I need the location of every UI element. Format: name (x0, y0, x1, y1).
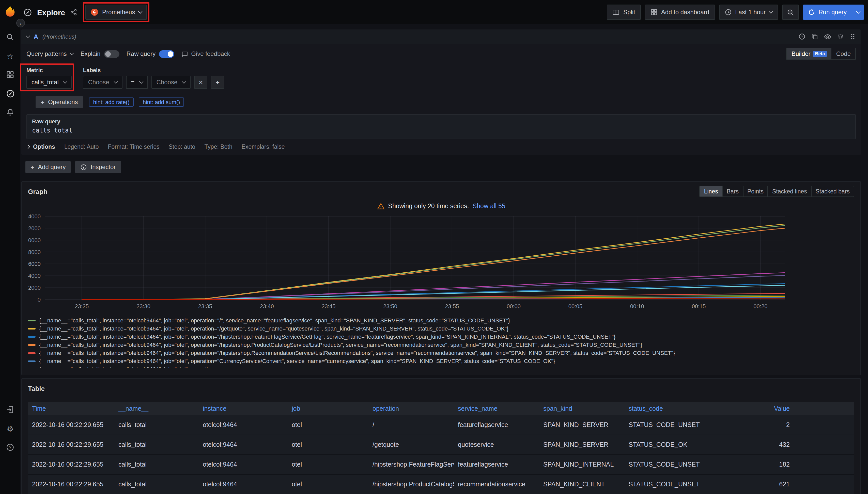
table-header-cell[interactable]: service_name (454, 402, 539, 415)
sidebar-item-explore[interactable] (2, 86, 18, 101)
datasource-picker[interactable]: Prometheus (85, 4, 147, 20)
table-header-cell[interactable]: __name__ (114, 402, 199, 415)
sidebar-item-settings[interactable]: ⚙ (2, 421, 18, 436)
sidebar-expand-button[interactable]: › (16, 19, 25, 27)
table-header-cell[interactable]: status_code (625, 402, 708, 415)
svg-text:6000: 6000 (28, 261, 41, 267)
legend-item[interactable]: {__name__="calls_total", instance="otelc… (28, 357, 854, 365)
explain-toggle-group: Explain (80, 50, 120, 58)
legend-item[interactable]: {__name__="calls_total", instance="otelc… (28, 324, 854, 332)
grafana-logo[interactable] (3, 5, 17, 18)
query-patterns-dropdown[interactable]: Query patterns (26, 50, 73, 57)
label-operator-select[interactable]: = (126, 76, 148, 89)
options-collapse[interactable]: Options (26, 144, 55, 150)
query-hint-button[interactable]: hint: add rate() (89, 97, 134, 107)
table-cell: 2022-10-16 00:22:29.655 (28, 455, 114, 474)
sidebar-item-search[interactable] (2, 30, 18, 45)
option-summary-item: Type: Both (204, 144, 233, 150)
graph-mode-stacked-lines[interactable]: Stacked lines (767, 186, 811, 196)
time-range-picker[interactable]: Last 1 hour (719, 4, 778, 20)
table-header-cell[interactable]: instance (199, 402, 288, 415)
option-summary-item: Format: Time series (108, 144, 160, 150)
chevron-down-icon (138, 10, 142, 14)
sidebar-item-sign-in[interactable] (2, 402, 18, 417)
copy-icon[interactable] (811, 33, 818, 40)
graph-mode-points[interactable]: Points (743, 186, 767, 196)
sidebar-item-dashboards[interactable] (2, 67, 18, 82)
table-cell: calls_total (114, 475, 199, 494)
options-label: Options (33, 144, 55, 150)
legend-item[interactable]: {__name__="calls_total", instance="otelc… (28, 365, 854, 368)
query-hint-button[interactable]: hint: add sum() (139, 97, 184, 107)
svg-text:8000: 8000 (28, 249, 41, 255)
legend-item[interactable]: {__name__="calls_total", instance="otelc… (28, 341, 854, 349)
bell-icon (6, 108, 14, 116)
option-summary-item: Legend: Auto (64, 144, 99, 150)
legend-series-color (28, 360, 36, 362)
legend-series-color (28, 344, 36, 345)
table-cell: STATUS_CODE_UNSET (625, 455, 708, 474)
code-mode-tab[interactable]: Code (832, 48, 855, 59)
sidebar-item-alerting[interactable] (2, 104, 18, 120)
inspector-button[interactable]: Inspector (75, 161, 121, 173)
run-query-button[interactable]: Run query (803, 4, 864, 20)
graph-canvas[interactable]: 0200040006000800010000120001400023:2523:… (28, 214, 853, 314)
table-row: 2022-10-16 00:22:29.655calls_totalotelco… (28, 475, 854, 494)
legend-item[interactable]: {__name__="calls_total", instance="otelc… (28, 349, 854, 357)
table-header-cell[interactable]: Value (708, 402, 794, 415)
trash-icon[interactable] (837, 33, 844, 40)
explain-switch[interactable] (104, 50, 119, 58)
query-ref-id: A (34, 33, 38, 40)
table-cell: 432 (708, 435, 794, 454)
split-button[interactable]: Split (607, 4, 641, 20)
graph-mode-group: LinesBarsPointsStacked linesStacked bars (700, 186, 854, 197)
label-value-select[interactable]: Choose (151, 76, 191, 89)
share-icon[interactable] (70, 8, 77, 16)
drag-handle-icon[interactable] (850, 33, 856, 40)
help-icon: ? (6, 443, 14, 451)
add-to-dashboard-button[interactable]: Add to dashboard (645, 4, 715, 20)
table-header-cell[interactable]: operation (368, 402, 454, 415)
remove-label-filter-button[interactable]: × (194, 76, 207, 89)
show-all-series-link[interactable]: Show all 55 (472, 203, 505, 210)
query-row-header[interactable]: A (Prometheus) (21, 30, 861, 44)
legend-item[interactable]: {__name__="calls_total", instance="otelc… (28, 332, 854, 341)
table-cell: recommendationservice (454, 475, 539, 494)
metric-select[interactable]: calls_total (26, 76, 72, 89)
legend-series-color (28, 352, 36, 354)
legend-series-label: {__name__="calls_total", instance="otelc… (39, 366, 217, 368)
raw-query-panel: Raw query calls_total (26, 114, 856, 139)
add-label-filter-button[interactable]: + (211, 76, 224, 89)
zoom-out-button[interactable] (782, 4, 799, 20)
table-cell: quoteservice (454, 435, 539, 454)
query-datasource-hint: (Prometheus) (42, 34, 76, 40)
graph-mode-stacked-bars[interactable]: Stacked bars (811, 186, 854, 196)
add-query-button[interactable]: + Add query (25, 161, 71, 173)
collapse-chevron-icon[interactable] (26, 34, 30, 38)
sidebar-item-help[interactable]: ? (2, 440, 18, 455)
table-header-cell[interactable]: job (288, 402, 368, 415)
svg-text:00:00: 00:00 (507, 303, 521, 309)
run-query-dropdown[interactable] (852, 4, 864, 20)
query-toolbar: Query patterns Explain Raw query (21, 44, 861, 63)
give-feedback-link[interactable]: Give feedback (181, 50, 230, 57)
plus-icon: + (31, 164, 34, 170)
warning-text: Showing only 20 time series. (388, 203, 469, 210)
builder-mode-tab[interactable]: Builder Beta (787, 48, 832, 59)
graph-mode-bars[interactable]: Bars (722, 186, 743, 196)
graph-mode-lines[interactable]: Lines (700, 186, 722, 196)
sidebar-bottom: ⚙ ? (2, 402, 18, 458)
legend-item[interactable]: {__name__="calls_total", instance="otelc… (28, 316, 854, 324)
query-history-icon[interactable] (798, 33, 806, 40)
table-header-cell[interactable]: span_kind (539, 402, 625, 415)
table-header-cell[interactable]: Time (28, 402, 114, 415)
table-cell: calls_total (114, 455, 199, 474)
eye-icon[interactable] (824, 33, 831, 40)
label-name-select[interactable]: Choose (83, 76, 123, 89)
svg-text:10000: 10000 (28, 237, 41, 244)
operations-button[interactable]: + Operations (36, 96, 83, 108)
table-cell: /hipstershop.ProductCatalogS... (368, 475, 454, 494)
sidebar-item-starred[interactable]: ☆ (2, 48, 18, 63)
explore-content: A (Prometheus) (20, 24, 868, 494)
raw-query-switch[interactable] (159, 50, 174, 58)
